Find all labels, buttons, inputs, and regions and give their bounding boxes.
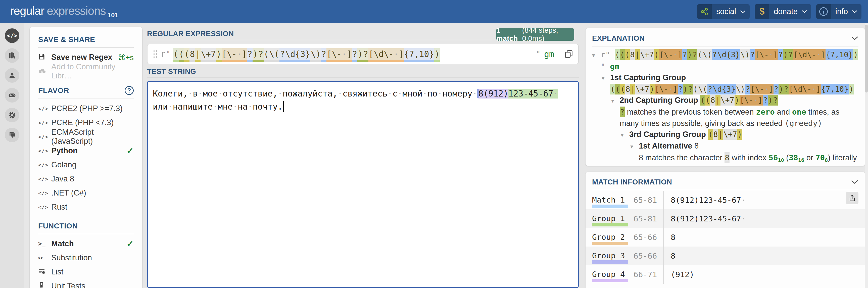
explanation-row[interactable]: ? matches the previous token between zer…: [592, 106, 859, 129]
collapse-match-info-button[interactable]: [851, 180, 859, 184]
regex-input[interactable]: r" (((8|\+7)[\-·]?)?(\(?\d{3}\)?[\-·]?)?…: [147, 44, 579, 64]
match-info-row[interactable]: Group 365-668: [586, 247, 865, 265]
space-dot: ·: [218, 89, 223, 98]
regex-delimiter: r": [600, 50, 615, 59]
space-dot: ·: [394, 49, 399, 59]
copy-button[interactable]: [564, 50, 573, 59]
library-nav-button[interactable]: [5, 48, 19, 63]
feedback-nav-button[interactable]: [5, 128, 19, 142]
tree-collapse-arrow[interactable]: ▾: [611, 95, 620, 106]
regex-token: 8: [189, 48, 195, 62]
match-row-value: 8(912)123-45-67·: [663, 209, 859, 228]
function-item-list[interactable]: List: [38, 265, 134, 279]
regex-token: (: [615, 49, 620, 60]
function-item-substitution[interactable]: ✂Substitution: [38, 251, 134, 265]
regex-flags[interactable]: gm: [544, 49, 554, 59]
flavor-item-rust[interactable]: </>Rust: [38, 200, 134, 214]
regex-token: ?: [712, 49, 717, 60]
space-dot: ·: [188, 89, 193, 98]
social-button[interactable]: social: [697, 4, 750, 19]
regex-open-delimiter: r": [161, 49, 170, 59]
collapse-explanation-button[interactable]: [851, 36, 859, 40]
space-dot: ·: [248, 102, 253, 111]
regex-flags: gm: [610, 62, 619, 71]
space-dot: ·: [168, 102, 173, 111]
flavor-list: </>PCRE2 (PHP >=7.3)</>PCRE (PHP <7.3)</…: [38, 101, 134, 214]
explanation-row[interactable]: ▾2nd Capturing Group ((8|\+7)[\-·]?)?: [592, 95, 859, 106]
tree-collapse-arrow[interactable]: ▾: [621, 129, 629, 140]
space-dot: ·: [741, 214, 746, 223]
match-info-row[interactable]: Match 165-818(912)123-45-67·: [592, 191, 859, 209]
regex-token: |: [195, 48, 200, 62]
match-information-title: MATCH INFORMATION: [592, 178, 672, 186]
code-icon: </>: [38, 105, 51, 112]
flavor-item-ecmascript-javascript-[interactable]: </>ECMAScript (JavaScript): [38, 130, 134, 144]
explanation-row[interactable]: ▾1st Capturing Group: [592, 72, 859, 84]
chevron-down-icon: [851, 36, 859, 40]
add-to-community-button[interactable]: Add to Community Libr…: [38, 64, 134, 78]
regex-token: [\-·]: [750, 84, 774, 95]
match-row-name: Group 3: [592, 251, 633, 261]
function-item-unit-tests[interactable]: Unit Tests: [38, 279, 134, 288]
donate-button[interactable]: $ donate: [755, 4, 811, 19]
regex-token: ): [650, 84, 655, 95]
export-matches-button[interactable]: [846, 192, 859, 204]
chat-bubbles-icon: [8, 131, 16, 139]
regex-token: ): [253, 48, 258, 62]
site-logo[interactable]: regularexpressions101: [10, 4, 118, 18]
match-row-value: 8: [663, 247, 859, 265]
space-dot: ·: [472, 89, 477, 98]
tree-collapse-arrow[interactable]: ▾: [592, 50, 600, 61]
regex-token: ?: [682, 49, 687, 60]
space-dot: ·: [764, 85, 769, 94]
match-row-span: 65-81: [633, 195, 663, 204]
explanation-row[interactable]: 8 matches the character 8 with index 561…: [592, 152, 859, 166]
explanation-row[interactable]: ▾1st Alternative 8: [592, 140, 859, 152]
flavor-item-golang[interactable]: </>Golang: [38, 158, 134, 172]
add-to-community-label: Add to Community Libr…: [51, 62, 134, 81]
regex-token: ?: [783, 84, 788, 95]
page-scrollbar[interactable]: [865, 23, 868, 288]
regex-token: ?: [352, 48, 358, 62]
regex-token: \+7: [200, 48, 216, 62]
regex-token: ?: [745, 84, 750, 95]
regex-token: ): [737, 129, 742, 140]
divider: [38, 234, 134, 234]
function-item-match[interactable]: >_Match✓: [38, 237, 134, 251]
tree-collapse-arrow[interactable]: ▾: [630, 141, 639, 152]
regex-token: ?: [258, 48, 264, 62]
flavor-title: FLAVOR: [38, 86, 69, 95]
match-info-row[interactable]: Group 466-71(912): [592, 265, 859, 284]
help-icon[interactable]: ?: [125, 86, 134, 95]
explanation-row[interactable]: (((8|\+7)[\-·]?)?(\(?\d{3}\)?[\-·]?)?[\d…: [592, 84, 859, 95]
save-icon: [38, 53, 51, 62]
regex-pattern[interactable]: (((8|\+7)[\-·]?)?(\(?\d{3}\)?[\-·]?)?[\d…: [173, 49, 440, 59]
flavor-item-java-8[interactable]: </>Java 8: [38, 172, 134, 186]
match-info-row[interactable]: Group 265-668: [592, 228, 859, 247]
space-dot: ·: [753, 96, 758, 104]
chevron-down-icon: [802, 10, 807, 13]
info-button[interactable]: i info: [816, 4, 862, 19]
explanation-row[interactable]: ▾r" (((8|\+7)[\-·]?)?(\(?\d{3}\)?[\-·]?)…: [592, 49, 859, 72]
match-start-marker: [477, 89, 478, 98]
quiz-nav-button[interactable]: [5, 88, 19, 102]
scrollbar-thumb[interactable]: [865, 25, 868, 93]
account-nav-button[interactable]: [5, 68, 19, 83]
explanation-title: EXPLANATION: [592, 34, 645, 42]
regex-token: \+7: [640, 49, 654, 60]
regex-editor-nav-button[interactable]: </>: [5, 28, 19, 43]
match-information-panel: MATCH INFORMATION Match 165-818(912)123-…: [586, 172, 865, 288]
explanation-row[interactable]: ▾3rd Capturing Group (8|\+7): [592, 129, 859, 140]
flavor-item-pcre2-php-7-3-[interactable]: </>PCRE2 (PHP >=7.3): [38, 101, 134, 116]
tree-collapse-arrow[interactable]: ▾: [601, 73, 610, 84]
drag-handle-icon[interactable]: [153, 50, 157, 58]
match-highlight: 123-45-67·: [508, 89, 558, 98]
regex-token: ?: [750, 49, 755, 60]
match-info-row[interactable]: Group 165-818(912)123-45-67·: [586, 209, 865, 228]
regex-token: \(: [698, 84, 707, 95]
flavor-item--net-c-[interactable]: </>.NET (C#): [38, 186, 134, 200]
test-string-input[interactable]: Колеги,·в·мое·отсутствие,·пожалуйста,·св…: [147, 81, 579, 288]
settings-nav-button[interactable]: [5, 108, 19, 122]
flavor-item-python[interactable]: </>Python✓: [38, 144, 134, 158]
space-dot: ·: [398, 89, 403, 98]
